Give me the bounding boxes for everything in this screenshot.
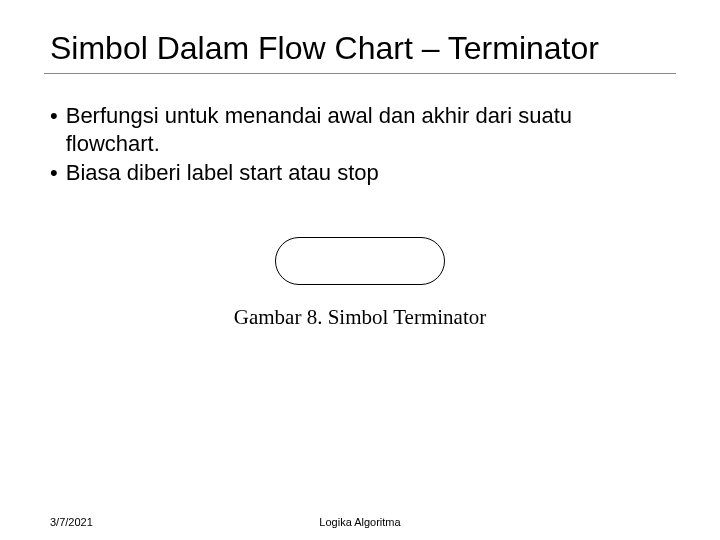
bullet-item: • Biasa diberi label start atau stop: [50, 159, 670, 187]
title-underline: [44, 73, 676, 74]
figure-area: Gambar 8. Simbol Terminator: [50, 237, 670, 330]
figure-caption: Gambar 8. Simbol Terminator: [50, 305, 670, 330]
bullet-list: • Berfungsi untuk menandai awal dan akhi…: [50, 102, 670, 187]
bullet-text: Biasa diberi label start atau stop: [66, 159, 670, 187]
bullet-dot-icon: •: [50, 102, 58, 130]
bullet-item: • Berfungsi untuk menandai awal dan akhi…: [50, 102, 670, 157]
slide-title: Simbol Dalam Flow Chart – Terminator: [50, 30, 670, 67]
footer-center: Logika Algoritma: [0, 516, 720, 528]
bullet-text: Berfungsi untuk menandai awal dan akhir …: [66, 102, 670, 157]
bullet-dot-icon: •: [50, 159, 58, 187]
terminator-shape-icon: [275, 237, 445, 285]
